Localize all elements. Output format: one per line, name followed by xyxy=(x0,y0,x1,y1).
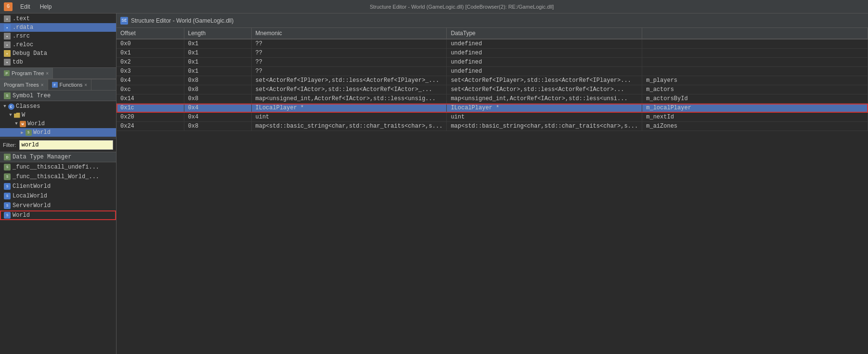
dtm-item-2[interactable]: S ClientWorld xyxy=(0,182,116,191)
tab-label: Program Trees xyxy=(4,82,39,88)
menu-help[interactable]: Help xyxy=(38,2,54,11)
tab-close-functions[interactable]: × xyxy=(84,82,87,88)
file-icon: ▪ xyxy=(4,24,11,31)
cell-mnemonic: ?? xyxy=(251,39,447,49)
filter-label: Filter: xyxy=(3,142,16,148)
file-item-text[interactable]: ▪ .text xyxy=(0,14,116,23)
tab-close-program-trees[interactable]: × xyxy=(41,82,44,88)
tab-program-tree[interactable]: P Program Tree × xyxy=(0,68,53,79)
program-tree-tabbar: P Program Tree × xyxy=(0,67,116,79)
table-row[interactable]: 0x10x1??undefined xyxy=(117,49,868,58)
world-struct-icon: S xyxy=(25,129,32,136)
table-row[interactable]: 0x200x4uintuintm_nextId xyxy=(117,113,868,122)
cell-offset: 0x2 xyxy=(117,58,184,67)
dtm-item-icon: S xyxy=(4,173,11,180)
file-tree: ▪ .text ▪ .rdata ▪ .rsrc ▪ .reloc ▪ Debu… xyxy=(0,13,116,67)
tab-label: Program Tree xyxy=(12,70,44,76)
cell-datatype: undefined xyxy=(447,58,642,67)
folder-icon: ▪ xyxy=(4,50,11,57)
program-trees-tabbar: Program Trees × F Functions × xyxy=(0,79,116,91)
dtm-item-world[interactable]: S World xyxy=(0,210,116,220)
col-header-mnemonic: Mnemonic xyxy=(251,28,447,39)
file-label: .text xyxy=(13,15,30,22)
cell-offset: 0x14 xyxy=(117,94,184,104)
cell-mnemonic: uint xyxy=(251,113,447,122)
table-row[interactable]: 0x1c0x4ILocalPlayer *ILocalPlayer *m_loc… xyxy=(117,104,868,113)
symbol-tree-label: Symbol Tree xyxy=(13,92,51,99)
table-row[interactable]: 0xc0x8set<ActorRef<IActor>,std::less<Act… xyxy=(117,85,868,94)
cell-offset: 0xc xyxy=(117,85,184,94)
dtm-item-label: _func__thiscall_undefi... xyxy=(13,164,99,170)
dtm-item-1[interactable]: S _func__thiscall_World_... xyxy=(0,172,116,182)
table-row[interactable]: 0x140x8map<unsigned_int,ActorRef<IActor>… xyxy=(117,94,868,104)
table-header-row: Offset Length Mnemonic DataType xyxy=(117,28,868,39)
symbol-tree-header: S Symbol Tree xyxy=(0,91,116,101)
file-item-tdb[interactable]: ▪ tdb xyxy=(0,58,116,66)
table-row[interactable]: 0x240x8map<std::basic_string<char,std::c… xyxy=(117,122,868,131)
cell-fieldname xyxy=(642,39,868,49)
dtm-item-3[interactable]: S LocalWorld xyxy=(0,191,116,201)
tree-item-w[interactable]: ▼ W xyxy=(0,111,116,119)
left-panel: ▪ .text ▪ .rdata ▪ .rsrc ▪ .reloc ▪ Debu… xyxy=(0,13,117,354)
dtm-list: S _func__thiscall_undefi... S _func__thi… xyxy=(0,162,116,220)
symbol-tree-view[interactable]: ▼ C Classes ▼ W ▼ W xyxy=(0,101,116,138)
file-label: .reloc xyxy=(13,41,33,48)
toggle-world-class[interactable]: ▼ xyxy=(13,121,19,127)
menu-edit[interactable]: Edit xyxy=(18,2,32,11)
toggle-world-struct[interactable]: ▶ xyxy=(19,130,25,135)
file-icon: ▪ xyxy=(4,33,11,39)
dtm-item-0[interactable]: S _func__thiscall_undefi... xyxy=(0,162,116,172)
tab-program-trees[interactable]: Program Trees × xyxy=(0,79,48,90)
dtm-item-label: ServerWorld xyxy=(13,202,51,209)
dtm-header: D Data Type Manager xyxy=(0,152,116,162)
toggle-classes[interactable]: ▼ xyxy=(2,104,8,109)
cell-datatype: ILocalPlayer * xyxy=(447,104,642,113)
cell-fieldname xyxy=(642,58,868,67)
tree-label: World xyxy=(33,129,51,136)
cell-mnemonic: map<std::basic_string<char,std::char_tra… xyxy=(251,122,447,131)
cell-mnemonic: map<unsigned_int,ActorRef<IActor>,std::l… xyxy=(251,94,447,104)
table-container[interactable]: Offset Length Mnemonic DataType 0x00x1??… xyxy=(117,28,868,354)
right-panel: SE Structure Editor - World (GameLogic.d… xyxy=(117,13,868,354)
tab-close-program-tree[interactable]: × xyxy=(46,71,49,76)
functions-icon: F xyxy=(52,82,58,88)
cell-fieldname: m_aiZones xyxy=(642,122,868,131)
tree-label: World xyxy=(27,120,45,127)
filter-bar: Filter: xyxy=(0,138,116,152)
toggle-w[interactable]: ▼ xyxy=(8,112,13,118)
cell-mnemonic: set<ActorRef<IActor>,std::less<ActorRef<… xyxy=(251,85,447,94)
cell-fieldname: m_actors xyxy=(642,85,868,94)
tree-item-world-class[interactable]: ▼ W World xyxy=(0,119,116,128)
dtm-item-4[interactable]: S ServerWorld xyxy=(0,201,116,210)
cell-offset: 0x1 xyxy=(117,49,184,58)
table-row[interactable]: 0x00x1??undefined xyxy=(117,39,868,49)
symbol-tree-icon: S xyxy=(4,92,11,99)
cell-length: 0x8 xyxy=(184,94,251,104)
cell-mnemonic: ILocalPlayer * xyxy=(251,104,447,113)
table-row[interactable]: 0x20x1??undefined xyxy=(117,58,868,67)
file-label: .rsrc xyxy=(13,33,30,39)
file-item-rdata[interactable]: ▪ .rdata xyxy=(0,23,116,32)
filter-input[interactable] xyxy=(19,140,114,150)
table-row[interactable]: 0x40x8set<ActorRef<IPlayer>,std::less<Ac… xyxy=(117,76,868,85)
file-item-debugdata[interactable]: ▪ Debug Data xyxy=(0,49,116,58)
tab-functions[interactable]: F Functions × xyxy=(48,79,92,90)
se-title: Structure Editor - World (GameLogic.dll) xyxy=(131,17,233,24)
tree-item-classes[interactable]: ▼ C Classes xyxy=(0,102,116,111)
main-layout: ▪ .text ▪ .rdata ▪ .rsrc ▪ .reloc ▪ Debu… xyxy=(0,13,868,354)
app-icon: G xyxy=(4,2,13,11)
tab-label: Functions xyxy=(60,82,83,88)
cell-fieldname: m_players xyxy=(642,76,868,85)
dtm-label: Data Type Manager xyxy=(13,154,71,160)
cell-length: 0x1 xyxy=(184,49,251,58)
cell-fieldname xyxy=(642,67,868,76)
dtm-item-icon: S xyxy=(4,193,11,199)
tree-label: Classes xyxy=(16,103,40,110)
table-row[interactable]: 0x30x1??undefined xyxy=(117,67,868,76)
structure-table: Offset Length Mnemonic DataType 0x00x1??… xyxy=(117,28,868,131)
file-item-rsrc[interactable]: ▪ .rsrc xyxy=(0,32,116,40)
cell-mnemonic: ?? xyxy=(251,49,447,58)
tree-item-world-struct[interactable]: ▶ S World xyxy=(0,128,116,137)
file-item-reloc[interactable]: ▪ .reloc xyxy=(0,40,116,49)
col-header-datatype: DataType xyxy=(447,28,642,39)
